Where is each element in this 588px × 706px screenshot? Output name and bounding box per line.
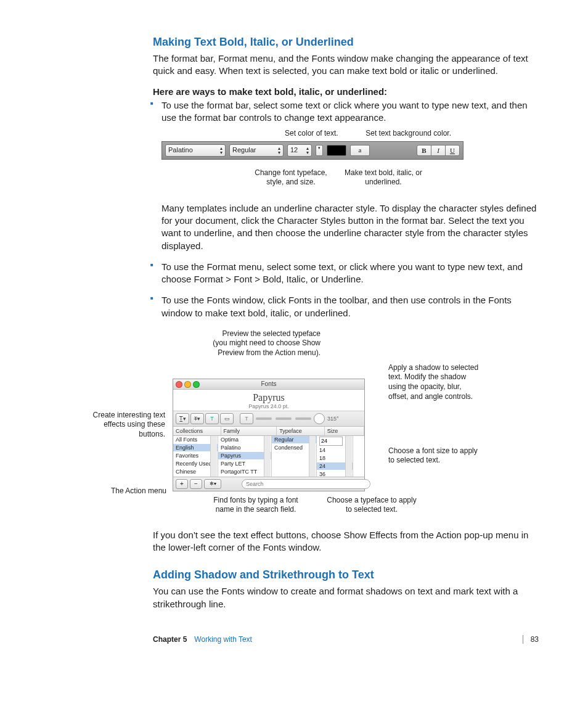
figure-format-bar: Set color of text. Set text background c… bbox=[161, 129, 463, 187]
bullet-format-bar: To use the format bar, select some text … bbox=[153, 99, 541, 252]
page-footer: Chapter 5 Working with Text 83 bbox=[49, 635, 539, 644]
text-color-well[interactable] bbox=[327, 145, 346, 156]
bullet-fonts-window: To use the Fonts window, click Fonts in … bbox=[153, 294, 541, 319]
heading-shadow-strike: Adding Shadow and Strikethrough to Text bbox=[153, 568, 541, 581]
size-field[interactable] bbox=[319, 437, 343, 446]
font-style-popup[interactable]: Regular ▴▾ bbox=[229, 144, 284, 157]
collections-list[interactable]: All Fonts English Favorites Recently Use… bbox=[173, 436, 218, 477]
preview-typeface-name: Papyrus bbox=[173, 392, 364, 403]
font-search-input[interactable] bbox=[242, 479, 370, 489]
shadow-angle-dial[interactable] bbox=[314, 413, 325, 424]
scrollbar[interactable] bbox=[345, 436, 352, 477]
typeface-list[interactable]: Regular Condensed bbox=[272, 436, 317, 477]
shadow-blur-slider[interactable] bbox=[276, 417, 292, 420]
font-family-value: Palatino bbox=[168, 146, 193, 155]
shadow-opacity-slider[interactable] bbox=[256, 417, 272, 420]
header-typeface: Typeface bbox=[277, 427, 325, 435]
search-wrap bbox=[242, 479, 362, 489]
size-list[interactable]: 14 18 24 36 bbox=[317, 436, 353, 477]
add-collection-button[interactable]: + bbox=[176, 479, 188, 489]
bullet-text: To use the format bar, select some text … bbox=[161, 100, 528, 123]
close-icon[interactable] bbox=[176, 381, 182, 388]
shadow-angle-value: 315° bbox=[327, 416, 339, 422]
bullet-format-menu: To use the Format menu, select some text… bbox=[153, 261, 541, 286]
callout-set-bg-color: Set text background color. bbox=[365, 129, 451, 139]
font-style-value: Regular bbox=[232, 146, 256, 155]
fonts-title-label: Fonts bbox=[261, 380, 276, 387]
fonts-window: Fonts Papyrus Papyrus 24.0 pt. T̲▾ T▾ T … bbox=[173, 379, 365, 491]
font-size-value: 12 bbox=[290, 146, 298, 155]
fonts-preview: Papyrus Papyrus 24.0 pt. bbox=[173, 390, 364, 411]
intro-paragraph: The format bar, Format menu, and the Fon… bbox=[153, 52, 541, 78]
family-list[interactable]: Optima Palatino Papyrus Party LET Portag… bbox=[218, 436, 272, 477]
doccolor-effect-button[interactable]: ▭ bbox=[220, 413, 234, 424]
heading-bold-italic: Making Text Bold, Italic, or Underlined bbox=[153, 36, 541, 49]
remove-collection-button[interactable]: − bbox=[190, 479, 202, 489]
footer-chapter-name: Working with Text bbox=[194, 635, 252, 644]
callout-action: The Action menu bbox=[105, 486, 166, 496]
bg-sample-glyph: a bbox=[359, 146, 362, 155]
font-family-popup[interactable]: Palatino ▴▾ bbox=[165, 144, 226, 157]
fonts-body: All Fonts English Favorites Recently Use… bbox=[173, 436, 364, 477]
fonts-footer: + − ✻▾ bbox=[173, 477, 364, 491]
footer-chapter: Chapter 5 bbox=[153, 635, 187, 644]
footer-page-number: 83 bbox=[523, 635, 539, 644]
updown-icon: ▴▾ bbox=[220, 146, 223, 155]
header-collections: Collections bbox=[173, 427, 221, 435]
fonts-window-titlebar: Fonts bbox=[173, 379, 364, 390]
ways-heading: Here are ways to make text bold, italic,… bbox=[153, 86, 541, 97]
traffic-lights bbox=[176, 381, 200, 388]
after-formatbar-paragraph: Many templates include an underline char… bbox=[161, 202, 541, 252]
underline-effect-button[interactable]: T̲▾ bbox=[176, 413, 189, 424]
callout-biu: Make text bold, italic, or underlined. bbox=[334, 168, 433, 187]
size-stepper[interactable]: ▾ bbox=[316, 145, 323, 156]
italic-button[interactable]: I bbox=[431, 145, 445, 156]
shadow-offset-slider[interactable] bbox=[295, 417, 311, 420]
header-size: Size bbox=[325, 427, 364, 435]
callout-typeface: Choose a typeface to apply to selected t… bbox=[325, 496, 418, 515]
bg-color-well[interactable]: a bbox=[350, 145, 370, 156]
after-fonts-paragraph: If you don't see the text effect buttons… bbox=[153, 529, 541, 554]
scrollbar[interactable] bbox=[264, 436, 271, 477]
callout-shadow: Apply a shadow to selected text. Modify … bbox=[388, 363, 481, 401]
callout-search: Find fonts by typing a font name in the … bbox=[203, 496, 308, 515]
action-menu-button[interactable]: ✻▾ bbox=[204, 479, 221, 489]
bold-button[interactable]: B bbox=[417, 145, 431, 156]
callout-preview: Preview the selected typeface (you might… bbox=[210, 329, 321, 358]
callout-size: Choose a font size to apply to selected … bbox=[388, 446, 481, 466]
textcolor-effect-button[interactable]: T bbox=[205, 413, 219, 424]
scrollbar[interactable] bbox=[309, 436, 316, 477]
figure-fonts-window: Preview the selected typeface (you might… bbox=[86, 329, 475, 514]
effects-row: T̲▾ T▾ T ▭ T 315° bbox=[173, 411, 364, 427]
minimize-icon[interactable] bbox=[184, 381, 191, 388]
format-bar-strip: Palatino ▴▾ Regular ▴▾ 12 ▴▾ ▾ bbox=[161, 141, 463, 160]
callout-effects: Create interesting text effects using th… bbox=[86, 411, 165, 440]
font-size-field[interactable]: 12 ▴▾ bbox=[287, 144, 312, 157]
scrollbar[interactable] bbox=[210, 436, 217, 477]
updown-icon: ▴▾ bbox=[278, 146, 280, 155]
updown-icon: ▴▾ bbox=[306, 146, 309, 155]
header-family: Family bbox=[221, 427, 277, 435]
preview-meta: Papyrus 24.0 pt. bbox=[173, 403, 364, 409]
callout-set-text-color: Set color of text. bbox=[285, 129, 338, 139]
biu-group: B I U bbox=[417, 145, 460, 156]
shadow-toggle-button[interactable]: T bbox=[240, 413, 253, 424]
callout-change-font: Change font typeface, style, and size. bbox=[248, 168, 334, 187]
zoom-icon[interactable] bbox=[193, 381, 200, 388]
strikethrough-effect-button[interactable]: T▾ bbox=[190, 413, 204, 424]
shadow-strike-body: You can use the Fonts window to create a… bbox=[153, 585, 541, 610]
underline-button[interactable]: U bbox=[445, 145, 460, 156]
fonts-column-headers: Collections Family Typeface Size bbox=[173, 427, 364, 436]
